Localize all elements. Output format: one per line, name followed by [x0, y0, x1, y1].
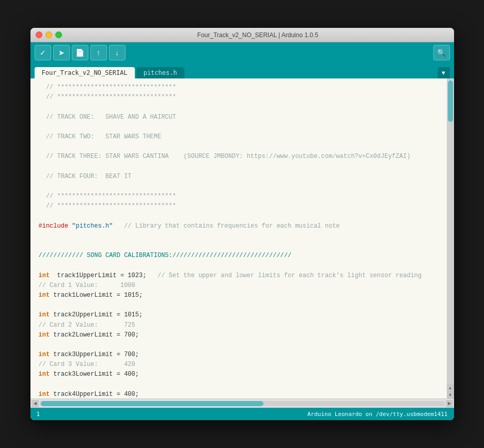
code-line: [39, 231, 447, 241]
code-line: // ********************************: [39, 191, 447, 201]
upload-button[interactable]: ➤: [53, 45, 70, 60]
code-line: //////////// SONG CARD CALIBRATIONS:////…: [39, 251, 447, 261]
h-scroll-thumb[interactable]: [41, 401, 263, 406]
code-line: [39, 380, 447, 390]
scroll-right-arrow[interactable]: ▶: [446, 400, 453, 407]
code-line: [39, 211, 447, 221]
code-line: // TRACK ONE: SHAVE AND A HAIRCUT: [39, 113, 447, 122]
code-line: [39, 182, 447, 191]
code-line: int track2LowerLimit = 700;: [39, 330, 447, 340]
vertical-scrollbar[interactable]: ▲ ▼: [447, 78, 454, 398]
code-line: // ********************************: [39, 92, 447, 102]
arduino-window: Four_Track_v2_NO_SERIAL | Arduino 1.0.5 …: [30, 28, 454, 420]
code-line: #include "pitches.h" // Library that con…: [39, 221, 447, 231]
code-line: int track3UpperLimit = 700;: [39, 350, 447, 360]
h-scroll-track[interactable]: [40, 401, 445, 406]
code-line: // ********************************: [39, 201, 447, 211]
search-button[interactable]: 🔍: [433, 45, 450, 60]
editor-area: // ******************************** // *…: [30, 78, 454, 398]
code-line: // Card 3 Value: 420: [39, 360, 447, 370]
code-line: // Card 1 Value: 1000: [39, 281, 447, 291]
toolbar: ✓ ➤ 📄 ↑ ↓ 🔍: [30, 42, 454, 63]
line-number: 1: [37, 411, 40, 418]
title-bar: Four_Track_v2_NO_SERIAL | Arduino 1.0.5: [30, 28, 454, 42]
scrollbar-arrows: ▲ ▼: [447, 384, 454, 398]
board-info: Arduino Leonardo on /dev/tty.usbmodem141…: [307, 411, 448, 418]
code-line: // TRACK TWO: STAR WARS THEME: [39, 132, 447, 142]
tabs-bar: Four_Track_v2_NO_SERIAL pitches.h ▼: [30, 63, 454, 78]
scroll-down-arrow[interactable]: ▼: [447, 391, 454, 398]
code-line: [39, 261, 447, 270]
code-container[interactable]: // ******************************** // *…: [30, 78, 447, 398]
code-line: // ********************************: [39, 83, 447, 92]
code-editor[interactable]: // ******************************** // *…: [30, 78, 447, 398]
tab-pitches[interactable]: pitches.h: [136, 67, 184, 78]
code-line: [39, 142, 447, 152]
maximize-button[interactable]: [55, 31, 62, 38]
tabs-dropdown[interactable]: ▼: [438, 67, 450, 78]
scrollbar-thumb[interactable]: [448, 81, 453, 122]
save-button[interactable]: ↓: [109, 45, 126, 60]
code-line: [39, 340, 447, 350]
close-button[interactable]: [36, 31, 42, 38]
minimize-button[interactable]: [45, 31, 52, 38]
new-button[interactable]: 📄: [72, 45, 88, 60]
code-line: [39, 102, 447, 112]
scroll-up-arrow[interactable]: ▲: [447, 384, 454, 391]
code-line: // TRACK THREE: STAR WARS CANTINA (SOURC…: [39, 152, 447, 162]
code-line: int track4UpperLimit = 400;: [39, 390, 447, 398]
code-line: int track1UpperLimit = 1023; // Set the …: [39, 271, 447, 281]
code-line: [39, 241, 447, 251]
code-line: [39, 300, 447, 310]
code-line: [39, 162, 447, 172]
code-line: int track3LowerLimit = 400;: [39, 370, 447, 379]
code-line: int track1LowerLimit = 1015;: [39, 291, 447, 300]
open-button[interactable]: ↑: [90, 45, 107, 60]
code-line: int track2UpperLimit = 1015;: [39, 310, 447, 320]
verify-button[interactable]: ✓: [35, 45, 51, 60]
code-line: // Card 2 Value: 725: [39, 321, 447, 330]
traffic-lights: [36, 31, 62, 38]
status-bar: 1 Arduino Leonardo on /dev/tty.usbmodem1…: [30, 408, 454, 420]
code-line: // TRACK FOUR: BEAT IT: [39, 172, 447, 182]
code-line: [39, 122, 447, 132]
window-title: Four_Track_v2_NO_SERIAL | Arduino 1.0.5: [67, 31, 449, 39]
tab-main-file[interactable]: Four_Track_v2_NO_SERIAL: [35, 67, 135, 78]
horizontal-scrollbar[interactable]: ◀ ▶: [30, 398, 454, 408]
scroll-left-arrow[interactable]: ◀: [32, 400, 39, 407]
